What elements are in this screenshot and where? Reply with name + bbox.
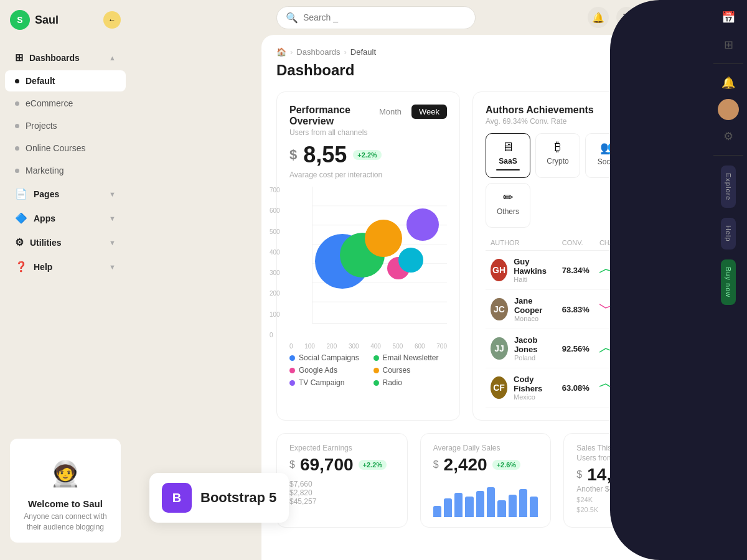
bar-10 [530, 497, 538, 517]
authors-title: Authors Achievements [486, 105, 594, 116]
author-country-2: Monaco [514, 315, 552, 322]
sales-this-month-card: Sales This Month Users from all channels… [563, 433, 695, 528]
author-name-2: Jane Cooper [514, 296, 552, 315]
help-icon: ❓ [15, 261, 27, 273]
rp-calendar-icon[interactable]: 📅 [717, 6, 740, 29]
legend-label-courses: Courses [383, 366, 411, 375]
sidebar-item-projects[interactable]: Projects [5, 115, 126, 136]
sidebar-item-online-courses[interactable]: Online Courses [5, 138, 126, 159]
rp-notifications-icon[interactable]: 🔔 [717, 72, 740, 94]
view-btn-3[interactable]: → [654, 329, 682, 368]
welcome-title: Welcome to Saul [20, 498, 111, 509]
breadcrumb-current: Default [350, 47, 376, 57]
view-btn-4[interactable]: → [654, 368, 682, 408]
earnings-item-1: $7,660 [289, 480, 395, 488]
tab-social[interactable]: 👥 Social [585, 133, 630, 178]
authors-card-titles: Authors Achievements Avg. 69.34% Conv. R… [486, 105, 594, 126]
search-box[interactable]: 🔍 [276, 6, 476, 29]
marketing-dot [15, 169, 19, 173]
bootstrap-badge: B Bootstrap 5 [149, 473, 289, 523]
legend-label-social: Social Campaigns [299, 353, 359, 362]
search-input[interactable] [303, 12, 466, 22]
help-button[interactable]: Help [721, 218, 736, 250]
rp-settings-icon[interactable]: ⚙ [717, 125, 740, 147]
breadcrumb-sep-2: › [344, 47, 346, 57]
main-content: 🏠 › Dashboards › Default Dashboard Perfo… [261, 35, 710, 560]
ecommerce-label: eCommerce [26, 98, 73, 108]
rp-avatar-icon[interactable] [718, 99, 739, 120]
crypto-tab-label: Crypto [547, 157, 568, 166]
rp-grid-icon[interactable]: ⊞ [717, 34, 740, 56]
legend-dot-social [289, 355, 295, 361]
daily-sales-value-row: $ 2,420 +2.6% [433, 455, 538, 475]
sales-badge: +2.6% [492, 460, 521, 470]
author-info-3: JJ Jacob Jones Poland [486, 329, 557, 368]
mobile-tab-underline [646, 170, 669, 171]
notifications-icon[interactable]: 🔔 [588, 7, 609, 28]
sidebar-item-help[interactable]: ❓ Help ▼ [5, 255, 126, 278]
sparkline-1 [594, 251, 654, 290]
sidebar-toggle-button[interactable]: ← [103, 11, 121, 29]
buy-now-button[interactable]: Buy now [721, 259, 736, 305]
tab-week[interactable]: Week [411, 105, 447, 119]
sidebar-item-pages[interactable]: 📄 Pages ▼ [5, 182, 126, 205]
authors-tabs: 🖥 SaaS ₿ Crypto 👥 Social [486, 133, 682, 228]
tab-mobile[interactable]: 📱 Mobile [635, 133, 680, 178]
sidebar-item-default[interactable]: Default [5, 70, 126, 91]
earnings-badge: +2.2% [359, 460, 387, 470]
view-button-2[interactable]: → [659, 301, 677, 318]
view-btn-1[interactable]: → [654, 251, 682, 290]
others-tab-underline [496, 220, 520, 221]
performance-value: 8,55 [303, 142, 347, 168]
bar-6 [487, 487, 495, 517]
authors-table: AUTHOR CONV. CHART VIEW GH [486, 235, 682, 408]
sidebar-item-apps[interactable]: 🔷 Apps ▼ [5, 207, 126, 230]
authors-subtitle: Avg. 69.34% Conv. Rate [486, 117, 594, 126]
tab-month[interactable]: Month [372, 105, 409, 119]
bubble-chart [312, 187, 447, 324]
avatar-3: JJ [491, 337, 508, 360]
table-row: JJ Jacob Jones Poland 92.56% [486, 329, 682, 368]
online-courses-dot [15, 146, 19, 151]
daily-sales-value: 2,420 [444, 455, 487, 475]
chart-legend: Social Campaigns Email Newsletter Google… [289, 353, 447, 387]
content-wrapper: 🔍 🔔 ☰ 👤 ⋮⋮ Create Project 🏠 › Dashboards… [131, 0, 747, 560]
view-button-1[interactable]: → [659, 261, 677, 279]
author-info-1: GH Guy Hawkins Haiti [486, 251, 557, 290]
menu-icon[interactable]: ☰ [616, 7, 637, 28]
earnings-dollar: $ [289, 459, 295, 470]
breadcrumb-sep-1: › [290, 47, 293, 57]
explore-button[interactable]: Explore [721, 166, 736, 208]
legend-label-radio: Radio [383, 378, 402, 387]
social-tab-underline [596, 170, 619, 171]
search-icon: 🔍 [286, 12, 298, 24]
tab-saas[interactable]: 🖥 SaaS [486, 133, 530, 178]
sparkline-2 [594, 290, 654, 329]
view-btn-2[interactable]: → [654, 290, 682, 329]
breadcrumb-home-icon[interactable]: 🏠 [276, 47, 286, 57]
sidebar-item-dashboards[interactable]: ⊞ Dashboards ▲ [5, 46, 126, 69]
more-options-icon[interactable]: ⋮⋮ [674, 7, 695, 28]
legend-dot-radio [374, 380, 379, 386]
sidebar-item-utilities[interactable]: ⚙ Utilities ▼ [5, 231, 126, 254]
sidebar-item-marketing[interactable]: Marketing [5, 160, 126, 181]
user-avatar[interactable]: 👤 [645, 7, 666, 28]
breadcrumb-dashboards[interactable]: Dashboards [296, 47, 340, 57]
bar-8 [509, 495, 517, 517]
conv-4: 63.08% [557, 368, 594, 408]
expected-earnings-value: 69,700 [300, 455, 354, 475]
sidebar-item-ecommerce[interactable]: eCommerce [5, 93, 126, 114]
y-axis-labels: 7006005004003002001000 [270, 187, 280, 338]
view-button-4[interactable]: → [659, 379, 677, 396]
tab-others[interactable]: ✏ Others [486, 183, 530, 228]
col-conv: CONV. [557, 235, 594, 251]
app-name: Saul [35, 14, 59, 27]
legend-dot-tv [289, 380, 295, 386]
bar-5 [476, 491, 484, 517]
welcome-card: 🧑‍🚀 Welcome to Saul Anyone can connect w… [10, 439, 121, 543]
utilities-icon: ⚙ [15, 236, 24, 248]
tab-crypto[interactable]: ₿ Crypto [535, 133, 580, 178]
apps-chevron: ▼ [109, 215, 116, 222]
view-button-3[interactable]: → [659, 340, 677, 357]
performance-overview-card: Performance Overview Users from all chan… [276, 91, 460, 421]
